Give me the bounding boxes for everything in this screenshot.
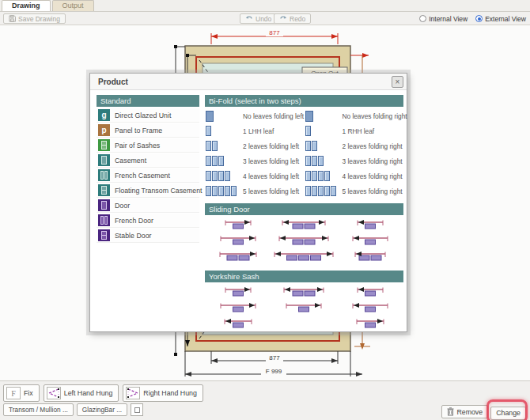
action-buttons: Remove Change [441, 404, 526, 420]
door-icon [98, 199, 110, 211]
bifold-option-1-rhh[interactable]: 1 RHH leaf [305, 123, 404, 138]
remove-button[interactable]: Remove [441, 405, 488, 418]
product-item-label: Panel to Frame [115, 127, 162, 134]
yorkshire-sash-option[interactable] [205, 284, 271, 300]
bifold-leaves-icon [305, 111, 343, 122]
bifold-option-3-left[interactable]: 3 leaves folding left [205, 153, 305, 168]
product-item-pair-of-sashes[interactable]: Pair of Sashes [97, 138, 199, 153]
bifold-option-label: 5 leaves folding left [243, 187, 299, 195]
sliding-door-option[interactable] [337, 217, 403, 233]
sliding-door-option[interactable] [271, 217, 338, 233]
bifold-option-label: No leaves folding right [343, 112, 407, 120]
undo-icon [245, 15, 253, 22]
drawing-canvas[interactable]: Open Out 877 877 [0, 25, 530, 380]
sliding-door-option[interactable] [271, 233, 338, 248]
bifold-leaves-icon [305, 126, 343, 136]
yorkshire-sash-option[interactable] [337, 284, 403, 300]
bifold-option-2-right[interactable]: 2 leaves folding right [305, 138, 404, 153]
yorkshire-sash-option[interactable] [271, 300, 338, 316]
bifold-option-label: 4 leaves folding right [343, 172, 403, 180]
sliding-door-option[interactable] [337, 233, 403, 248]
sliding-door-grid [205, 217, 403, 264]
change-label: Change [496, 409, 521, 417]
bifold-leaves-icon [205, 186, 243, 196]
dimension-top-width: 877 [269, 29, 280, 36]
yorkshire-sash-option[interactable] [337, 300, 403, 316]
bifold-row-4: 4 leaves folding left 4 leaves folding r… [205, 168, 403, 184]
bifold-option-5-left[interactable]: 5 leaves folding left [205, 184, 305, 199]
save-drawing-button[interactable]: Save Drawing [3, 13, 66, 24]
internal-view-label: Internal View [429, 15, 468, 23]
undo-button[interactable]: Undo [240, 13, 277, 24]
product-item-french-door[interactable]: French Door [97, 214, 199, 228]
direct-glazed-unit-icon: g [98, 109, 110, 121]
close-icon[interactable]: × [392, 76, 403, 88]
redo-button[interactable]: Redo [274, 13, 311, 24]
bifold-row-1: 1 LHH leaf 1 RHH leaf [205, 123, 403, 138]
bifold-option-1-lhh[interactable]: 1 LHH leaf [205, 123, 305, 138]
product-item-casement[interactable]: Casement [97, 153, 199, 168]
bifold-option-label: No leaves folding left [243, 112, 304, 120]
right-hand-hung-button[interactable]: Right Hand Hung [123, 384, 203, 402]
floating-transom-casement-icon [98, 184, 110, 196]
casement-icon [98, 154, 110, 166]
sliding-door-section-header: Sliding Door [205, 203, 403, 215]
sliding-door-option[interactable] [337, 248, 403, 264]
external-view-radio[interactable]: External View [475, 15, 526, 23]
bifold-option-4-left[interactable]: 4 leaves folding left [205, 168, 305, 184]
right-hand-hung-icon [126, 387, 140, 399]
external-view-radio-circle[interactable] [475, 15, 483, 22]
internal-view-radio[interactable]: Internal View [419, 15, 468, 23]
empty-cell [271, 316, 338, 331]
view-switcher: Internal View External View [419, 13, 526, 24]
product-item-stable-door[interactable]: Stable Door [97, 229, 199, 243]
bifold-option-no-leaves-left[interactable]: No leaves folding left [205, 108, 305, 123]
product-item-door[interactable]: Door [97, 199, 199, 213]
product-item-floating-transom-casement[interactable]: Floating Transom Casement [97, 184, 199, 198]
change-button[interactable]: Change [490, 407, 526, 420]
sliding-door-option[interactable] [271, 248, 338, 264]
bifold-option-2-left[interactable]: 2 leaves folding left [205, 138, 305, 153]
glazing-bar-button[interactable]: GlazingBar ... [77, 403, 127, 416]
bifold-leaves-icon [205, 126, 243, 136]
bifold-option-label: 2 leaves folding right [343, 142, 403, 150]
bifold-option-4-right[interactable]: 4 leaves folding right [305, 168, 404, 184]
tab-output[interactable]: Output [52, 0, 94, 11]
yorkshire-sash-option[interactable] [271, 284, 338, 300]
product-item-panel-to-frame[interactable]: p Panel to Frame [97, 123, 199, 138]
bifold-option-label: 2 leaves folding left [243, 142, 299, 150]
undo-label: Undo [256, 15, 271, 23]
transom-mullion-button[interactable]: Transom / Mullion ... [3, 403, 74, 416]
bifold-leaves-icon [305, 141, 343, 151]
left-hand-hung-button[interactable]: Left Hand Hung [44, 384, 119, 402]
bifold-option-3-right[interactable]: 3 leaves folding right [305, 153, 404, 168]
bifold-option-label: 4 leaves folding left [243, 172, 299, 180]
sliding-door-option[interactable] [205, 248, 271, 264]
bar-button-row: Transom / Mullion ... GlazingBar ... [3, 403, 143, 416]
product-item-french-casement[interactable]: French Casement [97, 168, 199, 183]
sliding-door-option[interactable] [205, 233, 271, 248]
tab-drawing[interactable]: Drawing [2, 0, 51, 11]
bifold-option-no-leaves-right[interactable]: No leaves folding right [305, 108, 404, 123]
bifold-option-5-right[interactable]: 5 leaves folding right [305, 184, 404, 199]
dimension-overall: F 999 [266, 368, 282, 375]
save-icon [9, 15, 16, 22]
fix-label: Fix [24, 389, 33, 397]
bifold-option-label: 3 leaves folding right [343, 157, 403, 165]
bifold-leaves-icon [305, 156, 343, 166]
sliding-door-option[interactable] [205, 217, 271, 233]
yorkshire-sash-option[interactable] [205, 316, 271, 331]
fix-button[interactable]: F Fix [3, 384, 40, 402]
bifold-row-0: No leaves folding left No leaves folding… [205, 108, 403, 123]
yorkshire-sash-option[interactable] [337, 316, 403, 331]
bifold-leaves-icon [205, 111, 243, 122]
yorkshire-sash-option[interactable] [205, 300, 271, 316]
french-casement-icon [98, 169, 110, 181]
internal-view-radio-circle[interactable] [419, 15, 426, 22]
product-item-direct-glazed-unit[interactable]: g Direct Glazed Unit [97, 108, 199, 123]
dialog-header[interactable]: Product × [90, 74, 407, 90]
bifold-option-label: 5 leaves folding right [343, 187, 403, 195]
bifold-leaves-icon [305, 171, 343, 181]
bar-style-button[interactable] [131, 403, 143, 416]
product-item-label: Floating Transom Casement [115, 187, 203, 195]
